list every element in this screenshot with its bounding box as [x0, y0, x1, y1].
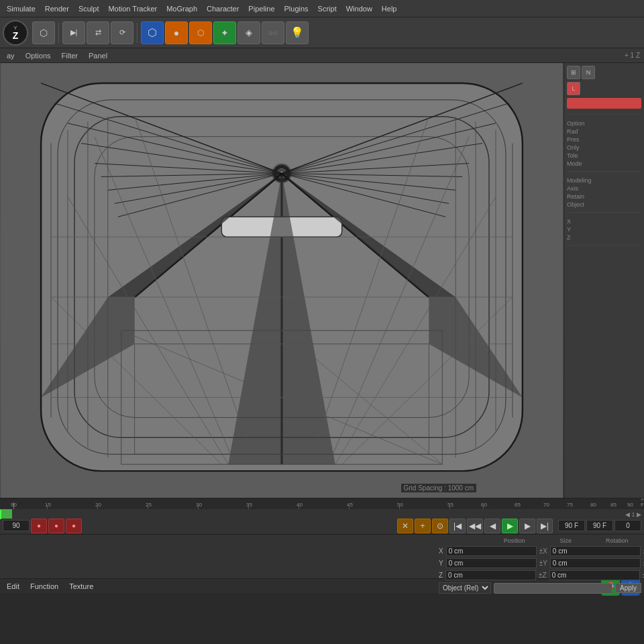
panel-z-label: Z	[567, 234, 641, 241]
ruler-label-80: 80	[590, 502, 596, 508]
ruler-label-15: 15	[45, 502, 51, 508]
tool-btn-1[interactable]: ⬡	[32, 21, 55, 44]
btn-prev-frame[interactable]: ◀◀	[467, 519, 483, 533]
btn-prev-end[interactable]: |◀	[449, 519, 466, 533]
grid-spacing-label: Grid Spacing : 1000 cm	[401, 484, 477, 492]
ruler-label-35: 35	[246, 502, 252, 508]
panel-mode-row: L	[567, 82, 641, 95]
panel-mode-bar[interactable]	[567, 98, 641, 109]
btn-plus[interactable]: +	[415, 519, 431, 533]
zy-button[interactable]: Y Z	[3, 20, 28, 46]
coord-header-row: Position Size Rotation	[439, 537, 641, 544]
timeline-area: 90 15 20 25 30 35 40 45 50 55 60 65 70 7…	[0, 498, 644, 534]
menu-plugins[interactable]: Plugins	[280, 3, 313, 14]
version-label: + 1 Z	[625, 52, 640, 59]
tool-btn-8[interactable]: ✦	[213, 21, 236, 44]
menu-sculpt[interactable]: Sculpt	[74, 3, 103, 14]
wireframe-svg	[0, 63, 564, 498]
coord-area: Position Size Rotation X ±X ±H Y ±Y ±P	[0, 534, 644, 578]
menu-script[interactable]: Script	[314, 3, 341, 14]
timeline-bar[interactable]: ◀ 1 ▶	[0, 510, 644, 517]
btn-record[interactable]: ●	[31, 519, 47, 533]
btn-record2[interactable]: ●	[48, 519, 64, 533]
options-panel[interactable]: Panel	[86, 51, 110, 60]
frame-current-display[interactable]: 90 F	[558, 520, 585, 531]
coord-mode-select[interactable]: Object (Rel)	[439, 582, 491, 594]
apply-button[interactable]: Apply	[615, 583, 641, 593]
timeline-ruler: 90 15 20 25 30 35 40 45 50 55 60 65 70 7…	[0, 498, 644, 510]
btn-orange3[interactable]: ⊙	[432, 519, 448, 533]
btn-prev[interactable]: ◀	[484, 519, 500, 533]
tool-btn-2[interactable]: ▶|	[62, 21, 85, 44]
coord-z-row: Z ±Z ±B	[439, 570, 641, 580]
menu-motion-tracker[interactable]: Motion Tracker	[104, 3, 161, 14]
ruler-label-90-2: 90	[627, 502, 633, 508]
tool-btn-3[interactable]: ⇄	[87, 21, 109, 44]
coord-layout: Position Size Rotation X ±X ±H Y ±Y ±P	[0, 535, 644, 578]
bottom-edit[interactable]: Edit	[4, 582, 22, 591]
panel-only-label: Only	[567, 144, 641, 151]
ruler-label-50: 50	[397, 502, 403, 508]
tool-btn-11[interactable]: 💡	[286, 21, 309, 44]
coord-z-pos[interactable]	[445, 570, 536, 580]
coord-x-pos[interactable]	[446, 546, 537, 556]
ruler-label-20: 20	[95, 502, 101, 508]
coord-x-row: X ±X ±H	[439, 546, 641, 556]
panel-options-section: Option Rad Pres Only Tole Mode	[567, 120, 641, 172]
timeline-progress	[0, 509, 12, 519]
btn-cross[interactable]: ✕	[397, 519, 413, 533]
panel-n-icon[interactable]: N	[582, 66, 595, 79]
tool-btn-9[interactable]: ◈	[237, 21, 260, 44]
panel-grid-icon[interactable]: ⊞	[567, 66, 580, 79]
options-ay[interactable]: ay	[4, 51, 17, 60]
coord-x-label: X	[439, 547, 443, 555]
tool-btn-10[interactable]: ○○	[262, 21, 284, 44]
coord-rot-header: Rotation	[593, 537, 642, 544]
coord-z-size[interactable]	[549, 570, 640, 580]
panel-mode-section: L	[567, 82, 641, 115]
tool-btn-7[interactable]: ⬡	[189, 21, 212, 44]
bottom-texture[interactable]: Texture	[66, 582, 96, 591]
panel-modeling-label: Modeling	[567, 177, 641, 184]
menu-window[interactable]: Window	[342, 3, 376, 14]
options-options[interactable]: Options	[23, 51, 54, 60]
bottom-function[interactable]: Function	[28, 582, 61, 591]
fps-display[interactable]: 0	[614, 520, 641, 531]
menu-render[interactable]: Render	[41, 3, 73, 14]
coord-z-size-prefix: ±Z	[539, 572, 547, 579]
menu-help[interactable]: Help	[378, 3, 401, 14]
menu-pipeline[interactable]: Pipeline	[244, 3, 278, 14]
viewport[interactable]: Grid Spacing : 1000 cm	[0, 63, 564, 498]
coord-y-size[interactable]	[550, 558, 641, 568]
tool-btn-6[interactable]: ●	[165, 21, 188, 44]
coord-x-size[interactable]	[550, 546, 641, 556]
coord-x-size-prefix: ±X	[539, 547, 547, 555]
panel-mode-label: Mode	[567, 160, 641, 167]
coord-y-pos[interactable]	[446, 558, 537, 568]
coord-y-label: Y	[439, 559, 443, 567]
menu-character[interactable]: Character	[203, 3, 243, 14]
ruler-label-60: 60	[481, 502, 487, 508]
coord-spacer	[0, 535, 436, 578]
panel-l-btn[interactable]: L	[567, 82, 580, 95]
menu-bar: Simulate Render Sculpt Motion Tracker Mo…	[0, 0, 644, 17]
btn-next-end[interactable]: ▶|	[537, 519, 553, 533]
coord-size-bar[interactable]	[494, 583, 612, 594]
ruler-label-45: 45	[347, 502, 353, 508]
frame-end-display[interactable]: 90 F	[586, 520, 613, 531]
panel-retain-label: Retain	[567, 193, 641, 200]
btn-record3[interactable]: ●	[66, 519, 82, 533]
panel-x-label: X	[567, 218, 641, 225]
main-area: Grid Spacing : 1000 cm ⊞ N L Option Rad …	[0, 63, 644, 498]
frame-start-display[interactable]: 90	[3, 520, 30, 531]
ruler-label-40: 40	[297, 502, 303, 508]
menu-simulate[interactable]: Simulate	[3, 3, 40, 14]
btn-next[interactable]: ▶	[519, 519, 535, 533]
btn-play[interactable]: ▶	[502, 519, 518, 533]
menu-mograph[interactable]: MoGraph	[162, 3, 201, 14]
panel-tole-label: Tole	[567, 152, 641, 159]
options-filter[interactable]: Filter	[59, 51, 80, 60]
tool-btn-5[interactable]: ⬡	[141, 21, 164, 44]
tool-btn-4[interactable]: ⟳	[111, 21, 133, 44]
panel-rad-label: Rad	[567, 128, 641, 135]
